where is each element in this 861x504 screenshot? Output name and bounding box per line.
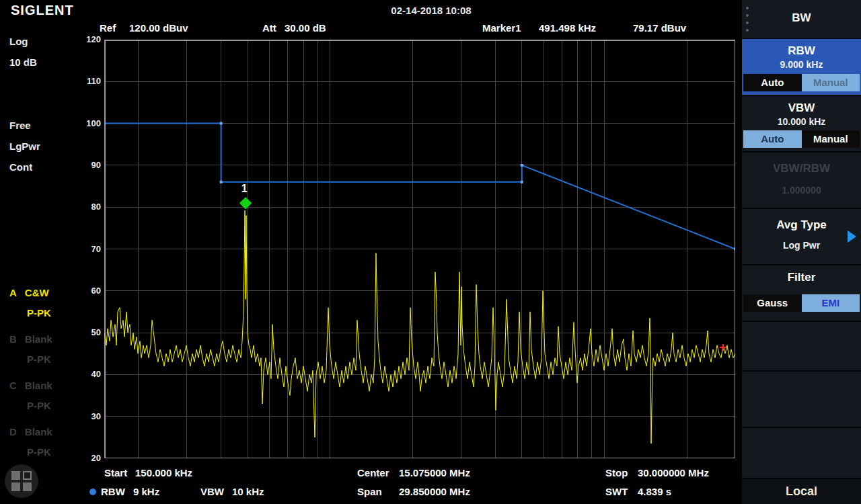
- trace-detector: P-PK: [9, 400, 83, 411]
- marker-amplitude: 79.17 dBuv: [633, 22, 686, 37]
- vbw-rbw-value: 1.000000: [742, 185, 861, 196]
- filter-gauss-button[interactable]: Gauss: [743, 294, 802, 312]
- marker-frequency: 491.498 kHz: [539, 22, 596, 37]
- filter-title: Filter: [742, 265, 861, 284]
- grid-square-icon: [11, 482, 20, 491]
- vbw-manual-button[interactable]: Manual: [802, 130, 860, 148]
- avg-type-value: Log Pwr: [742, 240, 861, 251]
- panel-handle-icon: [746, 7, 749, 36]
- center-label: Center: [357, 467, 389, 482]
- spectrum-plot: 1: [104, 40, 735, 458]
- trace-mode: C&W: [25, 287, 49, 298]
- softkey-empty-1: [742, 322, 861, 370]
- span-label: Span: [357, 486, 382, 501]
- trace-mode: Blank: [25, 426, 52, 437]
- trace-detector: P-PK: [9, 353, 83, 365]
- att-value: 30.00 dB: [285, 22, 326, 37]
- y-tick-label: 50: [78, 327, 101, 337]
- spectrum-svg: 1: [104, 40, 735, 458]
- stop-value: 30.000000 MHz: [638, 467, 709, 482]
- trace-detector: P-PK: [9, 307, 83, 319]
- softkey-empty-3: [742, 428, 861, 478]
- trace-detector: P-PK: [9, 446, 83, 458]
- grid-square-icon: [11, 471, 20, 480]
- vbw-title: VBW: [742, 96, 861, 115]
- softkey-panel: BW RBW 9.000 kHz Auto Manual VBW 10.000 …: [742, 0, 861, 504]
- rbw-value: 9 kHz: [133, 486, 159, 501]
- span-value: 29.850000 MHz: [399, 486, 470, 501]
- vbw-value: 10 kHz: [232, 486, 264, 501]
- brand-logo: SIGLENT: [11, 3, 74, 18]
- vbw-label: VBW: [200, 486, 224, 501]
- center-value: 15.075000 MHz: [399, 467, 470, 482]
- y-tick-label: 60: [78, 286, 101, 296]
- swt-label: SWT: [605, 486, 628, 501]
- softkey-rbw[interactable]: RBW 9.000 kHz Auto Manual: [742, 39, 861, 95]
- y-tick-label: 80: [78, 202, 101, 212]
- scale-per-div: 10 dB: [9, 56, 37, 71]
- ref-value: 120.00 dBuv: [129, 22, 188, 37]
- y-tick-label: 110: [78, 76, 101, 86]
- y-tick-label: 20: [78, 453, 101, 463]
- softkey-vbw-rbw: VBW/RBW 1.000000: [742, 153, 861, 208]
- trace-id: C: [9, 380, 17, 391]
- y-tick-label: 100: [78, 118, 101, 128]
- y-tick-label: 90: [78, 160, 101, 170]
- trace-mode: Blank: [25, 380, 52, 391]
- rbw-value: 9.000 kHz: [742, 59, 861, 70]
- spectrum-analyzer-screen: SIGLENT 02-14-2018 10:08 Ref 120.00 dBuv…: [0, 0, 861, 504]
- grid-square-icon: [23, 482, 32, 491]
- grid-square-icon: [23, 471, 32, 480]
- rbw-auto-button[interactable]: Auto: [743, 74, 802, 91]
- marker-label: Marker1: [482, 22, 521, 37]
- y-tick-label: 40: [78, 369, 101, 379]
- menu-title: BW: [742, 0, 861, 25]
- softkey-filter[interactable]: Filter Gauss EMI: [742, 265, 861, 321]
- rbw-status-dot: [89, 489, 96, 495]
- rbw-label: RBW: [101, 486, 125, 501]
- att-label: Att: [262, 22, 276, 37]
- trace-id: D: [9, 426, 17, 437]
- amplitude-scale: Log: [9, 36, 28, 50]
- ref-label: Ref: [100, 22, 116, 37]
- datetime: 02-14-2018 10:08: [391, 5, 471, 16]
- avg-type-title: Avg Type: [742, 209, 861, 232]
- svg-text:1: 1: [241, 183, 248, 194]
- trace-status-a: AC&W P-PK: [9, 287, 83, 319]
- y-tick-label: 70: [78, 244, 101, 254]
- trigger-mode: Free: [9, 120, 31, 134]
- y-tick-label: 30: [78, 411, 101, 421]
- vbw-rbw-title: VBW/RBW: [742, 153, 861, 175]
- start-label: Start: [104, 467, 127, 482]
- stop-label: Stop: [605, 467, 628, 482]
- swt-value: 4.839 s: [638, 486, 671, 501]
- start-value: 150.000 kHz: [135, 467, 192, 482]
- top-bar: SIGLENT 02-14-2018 10:08: [0, 0, 742, 20]
- trace-status-b: BBlank P-PK: [9, 333, 83, 365]
- trace-status-d: DBlank P-PK: [9, 426, 83, 458]
- softkey-empty-2: [742, 372, 861, 427]
- trace-mode: Blank: [25, 333, 52, 345]
- trace-status-c: CBlank P-PK: [9, 380, 83, 411]
- trace-id: B: [9, 333, 17, 345]
- vbw-value: 10.000 kHz: [742, 116, 861, 127]
- trace-id: A: [9, 287, 17, 298]
- y-tick-label: 120: [78, 34, 101, 44]
- local-button[interactable]: Local: [742, 479, 861, 504]
- rbw-manual-button[interactable]: Manual: [802, 74, 860, 91]
- softkey-vbw[interactable]: VBW 10.000 kHz Auto Manual: [742, 96, 861, 151]
- rbw-title: RBW: [742, 39, 861, 58]
- filter-emi-button[interactable]: EMI: [802, 294, 860, 312]
- average-mode: LgPwr: [9, 140, 40, 155]
- vbw-auto-button[interactable]: Auto: [743, 130, 802, 148]
- sweep-mode: Cont: [9, 161, 32, 176]
- menu-header-bw: BW: [742, 0, 861, 38]
- softkey-avg-type[interactable]: Avg Type Log Pwr: [742, 209, 861, 264]
- submenu-arrow-icon: [848, 230, 856, 243]
- app-grid-button[interactable]: [5, 464, 38, 498]
